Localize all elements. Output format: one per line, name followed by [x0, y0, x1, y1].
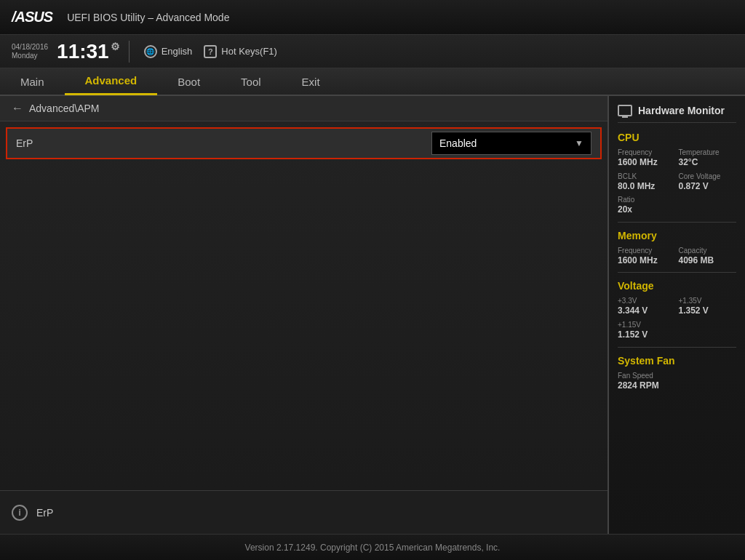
cpu-frequency-value: 1600 MHz — [618, 157, 676, 169]
cpu-ratio-label: Ratio — [618, 195, 736, 204]
nav-item-main[interactable]: Main — [0, 68, 65, 95]
cpu-temperature-label: Temperature — [679, 148, 737, 157]
memory-stats: Frequency 1600 MHz Capacity 4096 MB — [618, 246, 736, 267]
language-label: English — [162, 46, 193, 57]
content-spacer — [0, 312, 607, 491]
cpu-ratio-value: 20x — [618, 204, 736, 216]
cpu-bclk-label: BCLK — [618, 172, 676, 181]
fan-speed: Fan Speed 2824 RPM — [618, 371, 736, 392]
hotkeys-button[interactable]: ? Hot Keys(F1) — [198, 42, 283, 61]
globe-icon: 🌐 — [144, 45, 157, 58]
hotkeys-label: Hot Keys(F1) — [221, 46, 277, 57]
erp-label: ErP — [16, 137, 423, 149]
erp-setting-row: ErP Enabled ▼ — [6, 127, 602, 159]
cpu-bclk-voltage: BCLK 80.0 MHz Core Voltage 0.872 V — [618, 172, 736, 193]
date-day: 04/18/2016Monday — [12, 43, 48, 60]
fan-speed-label: Fan Speed — [618, 371, 736, 380]
voltage-fan-divider — [618, 347, 736, 348]
monitor-header: Hardware Monitor — [618, 105, 736, 123]
main-layout: ← Advanced\APM ErP Enabled ▼ i ErP — [0, 96, 745, 534]
nav-item-advanced[interactable]: Advanced — [65, 68, 158, 95]
voltage-135: +1.35V 1.352 V — [679, 296, 737, 317]
cpu-section-title: CPU — [618, 132, 736, 143]
help-icon: ? — [204, 45, 217, 58]
voltage-115-value: 1.152 V — [618, 329, 736, 341]
info-bar: 04/18/2016Monday 11:31⚙ 🌐 English ? Hot … — [0, 35, 745, 68]
cpu-core-voltage-value: 0.872 V — [679, 181, 737, 193]
nav-item-tool[interactable]: Tool — [220, 68, 282, 95]
voltage-115-label: +1.15V — [618, 320, 736, 329]
voltage-33-value: 3.344 V — [618, 305, 676, 317]
memory-capacity-value: 4096 MB — [679, 255, 737, 267]
hardware-monitor-panel: Hardware Monitor CPU Frequency 1600 MHz … — [608, 96, 745, 534]
footer-text: Version 2.17.1249. Copyright (C) 2015 Am… — [245, 543, 501, 553]
cpu-temperature: Temperature 32°C — [679, 148, 737, 169]
voltage-section-title: Voltage — [618, 280, 736, 292]
erp-dropdown[interactable]: Enabled ▼ — [431, 132, 591, 155]
fan-speed-value: 2824 RPM — [618, 380, 736, 392]
cpu-frequency-label: Frequency — [618, 148, 676, 157]
voltage-135-value: 1.352 V — [679, 305, 737, 317]
header-bar: /ASUS UEFI BIOS Utility – Advanced Mode — [0, 0, 745, 35]
time-display: 11:31⚙ — [57, 41, 120, 62]
voltage-115: +1.15V 1.152 V — [618, 320, 736, 341]
voltage-33-135: +3.3V 3.344 V +1.35V 1.352 V — [618, 296, 736, 317]
cpu-core-voltage-label: Core Voltage — [679, 172, 737, 181]
breadcrumb-bar: ← Advanced\APM — [0, 96, 607, 121]
memory-capacity: Capacity 4096 MB — [679, 246, 737, 267]
cpu-memory-divider — [618, 222, 736, 223]
datetime-block: 04/18/2016Monday — [12, 43, 48, 60]
navigation-bar: Main Advanced Boot Tool Exit — [0, 68, 745, 96]
vertical-divider — [129, 41, 130, 63]
breadcrumb-path: Advanced\APM — [29, 103, 100, 114]
cpu-bclk-value: 80.0 MHz — [618, 181, 676, 193]
nav-item-boot[interactable]: Boot — [157, 68, 220, 95]
memory-section-title: Memory — [618, 230, 736, 241]
memory-frequency-label: Frequency — [618, 246, 676, 255]
nav-item-exit[interactable]: Exit — [282, 68, 340, 95]
cpu-frequency: Frequency 1600 MHz — [618, 148, 676, 169]
asus-logo: /ASUS — [12, 9, 52, 25]
memory-voltage-divider — [618, 272, 736, 273]
left-panel: ← Advanced\APM ErP Enabled ▼ i ErP — [0, 96, 608, 534]
settings-gear-icon[interactable]: ⚙ — [111, 41, 120, 52]
memory-frequency: Frequency 1600 MHz — [618, 246, 676, 267]
cpu-bclk: BCLK 80.0 MHz — [618, 172, 676, 193]
back-button[interactable]: ← — [12, 102, 23, 115]
info-icon: i — [12, 505, 28, 521]
info-description: ErP — [36, 507, 53, 519]
erp-value: Enabled — [439, 137, 477, 149]
bios-title: UEFI BIOS Utility – Advanced Mode — [67, 12, 229, 23]
memory-frequency-value: 1600 MHz — [618, 255, 676, 267]
dropdown-arrow-icon: ▼ — [575, 138, 583, 148]
voltage-33: +3.3V 3.344 V — [618, 296, 676, 317]
monitor-title: Hardware Monitor — [638, 105, 725, 116]
cpu-temperature-value: 32°C — [679, 157, 737, 169]
fan-section-title: System Fan — [618, 355, 736, 367]
cpu-core-voltage: Core Voltage 0.872 V — [679, 172, 737, 193]
cpu-ratio: Ratio 20x — [618, 195, 736, 216]
voltage-135-label: +1.35V — [679, 296, 737, 305]
voltage-33-label: +3.3V — [618, 296, 676, 305]
settings-area: ErP Enabled ▼ — [0, 121, 607, 312]
footer: Version 2.17.1249. Copyright (C) 2015 Am… — [0, 534, 745, 560]
monitor-display-icon — [618, 105, 632, 116]
info-section: i ErP — [0, 490, 607, 534]
memory-capacity-label: Capacity — [679, 246, 737, 255]
language-button[interactable]: 🌐 English — [138, 42, 199, 61]
cpu-frequency-temp: Frequency 1600 MHz Temperature 32°C — [618, 148, 736, 169]
